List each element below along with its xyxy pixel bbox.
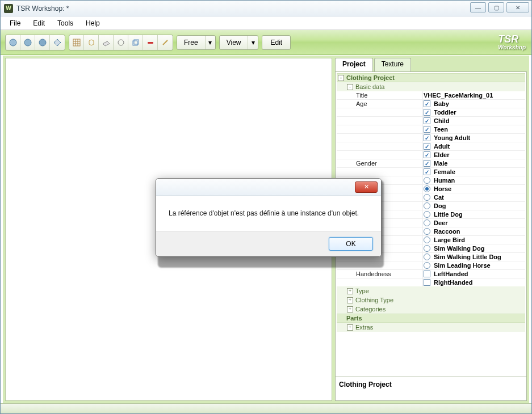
species-human[interactable]: Human: [422, 176, 525, 184]
wand-icon[interactable]: [158, 35, 173, 50]
species-deer[interactable]: Deer: [422, 219, 525, 227]
expander-icon[interactable]: -: [338, 75, 344, 81]
handed-right[interactable]: RightHanded: [422, 278, 525, 286]
menu-help[interactable]: Help: [80, 18, 106, 29]
age-toddler[interactable]: ✓Toddler: [422, 108, 525, 116]
window-title: TSR Workshop: *: [16, 5, 69, 12]
age-baby[interactable]: ✓Baby: [422, 100, 525, 108]
checkbox-icon[interactable]: ✓: [424, 117, 430, 124]
tree-clothingtype[interactable]: +Clothing Type: [337, 295, 525, 305]
tree-categories[interactable]: +Categories: [337, 305, 525, 314]
species-cat[interactable]: Cat: [422, 193, 525, 201]
grid-icon[interactable]: [69, 35, 84, 50]
tree-extras[interactable]: +Extras: [337, 323, 525, 332]
gender-female[interactable]: ✓Female: [422, 168, 525, 176]
radio-icon[interactable]: [424, 177, 430, 184]
checkbox-icon[interactable]: [424, 279, 430, 286]
chevron-down-icon[interactable]: ▾: [248, 36, 258, 49]
free-combo[interactable]: Free ▾: [177, 35, 216, 50]
view-combo[interactable]: View ▾: [219, 35, 259, 50]
dialog-close-button[interactable]: ✕: [355, 181, 378, 193]
tree-root[interactable]: -Clothing Project: [337, 73, 525, 82]
age-child[interactable]: ✓Child: [422, 117, 525, 125]
species-leadinghorse[interactable]: Sim Leading Horse: [422, 261, 525, 269]
expander-icon[interactable]: -: [347, 84, 353, 90]
species-horse[interactable]: Horse: [422, 185, 525, 193]
chevron-down-icon[interactable]: ▾: [205, 36, 215, 49]
radio-icon[interactable]: [424, 245, 430, 252]
radio-icon[interactable]: [424, 228, 430, 235]
toolbar: Free ▾ View ▾ Edit TSR Workshop: [1, 30, 531, 55]
radio-icon[interactable]: [424, 219, 430, 226]
age-teen[interactable]: ✓Teen: [422, 125, 525, 133]
expander-icon[interactable]: +: [347, 297, 353, 303]
expander-icon[interactable]: +: [347, 306, 353, 312]
gender-male[interactable]: ✓Male: [422, 159, 525, 167]
minus-icon[interactable]: [143, 35, 158, 50]
sphere3-icon[interactable]: [35, 35, 50, 50]
close-icon: ✕: [364, 183, 369, 191]
species-walkingdog[interactable]: Sim Walking Dog: [422, 244, 525, 252]
checkbox-icon[interactable]: ✓: [424, 151, 430, 158]
svg-marker-3: [54, 39, 61, 46]
age-adult[interactable]: ✓Adult: [422, 142, 525, 150]
checkbox-icon[interactable]: ✓: [424, 134, 430, 141]
close-button[interactable]: ✕: [506, 2, 529, 12]
tree-basic[interactable]: -Basic data: [337, 82, 525, 91]
tab-project[interactable]: Project: [335, 58, 373, 71]
view-label: View: [220, 39, 248, 47]
radio-icon[interactable]: [424, 185, 430, 192]
menubar: File Edit Tools Help: [1, 16, 531, 30]
checkbox-icon[interactable]: ✓: [424, 109, 430, 116]
checkbox-icon[interactable]: ✓: [424, 143, 430, 150]
expander-icon[interactable]: +: [347, 288, 353, 294]
age-elder[interactable]: ✓Elder: [422, 151, 525, 159]
svg-marker-10: [103, 41, 110, 46]
plane-icon[interactable]: [99, 35, 114, 50]
box3d-icon[interactable]: [128, 35, 143, 50]
species-largebird[interactable]: Large Bird: [422, 236, 525, 244]
minimize-button[interactable]: —: [470, 2, 486, 12]
menu-tools[interactable]: Tools: [52, 18, 79, 29]
species-walkinglittledog[interactable]: Sim Walking Little Dog: [422, 253, 525, 261]
cube-icon[interactable]: [84, 35, 99, 50]
svg-rect-14: [148, 42, 153, 44]
checkbox-icon[interactable]: [424, 271, 430, 277]
checkbox-icon[interactable]: ✓: [424, 126, 430, 133]
radio-icon[interactable]: [424, 236, 430, 243]
radio-icon[interactable]: [424, 211, 430, 218]
menu-file[interactable]: File: [4, 18, 26, 29]
checkbox-icon[interactable]: ✓: [424, 160, 430, 167]
species-raccoon[interactable]: Raccoon: [422, 227, 525, 235]
checkbox-icon[interactable]: ✓: [424, 168, 430, 175]
tree-type[interactable]: +Type: [337, 286, 525, 295]
species-littledog[interactable]: Little Dog: [422, 210, 525, 218]
sphere2-icon[interactable]: [20, 35, 35, 50]
tab-texture[interactable]: Texture: [374, 58, 411, 71]
expander-icon[interactable]: +: [347, 324, 353, 331]
species-dog[interactable]: Dog: [422, 202, 525, 210]
sphere-icon[interactable]: [6, 35, 20, 50]
prop-handedness: HandednessLeftHanded: [337, 269, 525, 278]
circle-icon[interactable]: [114, 35, 128, 50]
svg-rect-4: [73, 39, 80, 46]
radio-icon[interactable]: [424, 194, 430, 201]
radio-icon[interactable]: [424, 202, 430, 209]
checkbox-icon[interactable]: ✓: [424, 100, 430, 107]
tree-parts[interactable]: Parts: [337, 314, 525, 323]
maximize-button[interactable]: ▢: [488, 2, 504, 12]
handed-left[interactable]: LeftHanded: [422, 270, 525, 278]
title-value[interactable]: VHEC_FaceMarking_01: [422, 91, 525, 99]
age-youngadult[interactable]: ✓Young Adult: [422, 134, 525, 142]
menu-edit[interactable]: Edit: [27, 18, 51, 29]
app-icon: W: [4, 4, 13, 13]
radio-icon[interactable]: [424, 254, 430, 260]
statusbar: [1, 403, 531, 413]
edit-group: [69, 35, 173, 50]
ok-button[interactable]: OK: [329, 237, 373, 251]
diamond-icon[interactable]: [50, 35, 65, 50]
prop-age: Age ✓Baby: [337, 99, 525, 108]
free-label: Free: [177, 39, 205, 47]
radio-icon[interactable]: [424, 262, 430, 269]
edit-button[interactable]: Edit: [262, 35, 291, 50]
